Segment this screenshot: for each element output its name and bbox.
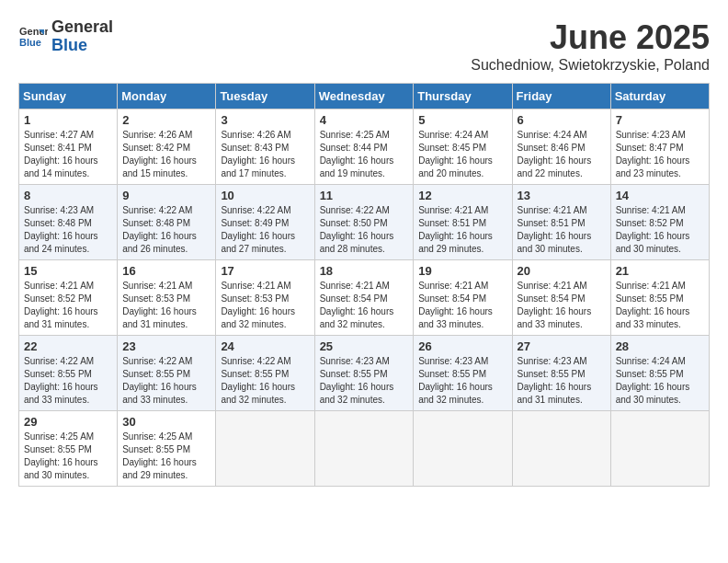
calendar-cell bbox=[512, 411, 610, 487]
calendar-cell: 29Sunrise: 4:25 AM Sunset: 8:55 PM Dayli… bbox=[19, 411, 118, 487]
day-info: Sunrise: 4:21 AM Sunset: 8:51 PM Dayligh… bbox=[418, 204, 506, 256]
day-info: Sunrise: 4:22 AM Sunset: 8:49 PM Dayligh… bbox=[221, 204, 309, 256]
day-info: Sunrise: 4:26 AM Sunset: 8:42 PM Dayligh… bbox=[122, 129, 210, 180]
svg-text:Blue: Blue bbox=[19, 37, 41, 48]
calendar-cell: 12Sunrise: 4:21 AM Sunset: 8:51 PM Dayli… bbox=[414, 185, 512, 260]
day-info: Sunrise: 4:23 AM Sunset: 8:48 PM Dayligh… bbox=[24, 204, 112, 256]
day-number: 13 bbox=[518, 189, 606, 202]
day-info: Sunrise: 4:22 AM Sunset: 8:50 PM Dayligh… bbox=[320, 204, 409, 256]
day-info: Sunrise: 4:21 AM Sunset: 8:54 PM Dayligh… bbox=[320, 280, 409, 331]
calendar-cell: 22Sunrise: 4:22 AM Sunset: 8:55 PM Dayli… bbox=[19, 336, 118, 411]
day-info: Sunrise: 4:23 AM Sunset: 8:55 PM Dayligh… bbox=[320, 355, 409, 407]
day-number: 11 bbox=[320, 189, 409, 202]
day-info: Sunrise: 4:21 AM Sunset: 8:52 PM Dayligh… bbox=[616, 204, 704, 256]
calendar-cell bbox=[414, 411, 512, 487]
day-number: 5 bbox=[418, 113, 506, 127]
day-info: Sunrise: 4:23 AM Sunset: 8:55 PM Dayligh… bbox=[418, 355, 506, 407]
calendar-cell: 6Sunrise: 4:24 AM Sunset: 8:46 PM Daylig… bbox=[512, 109, 610, 185]
weekday-header-wednesday: Wednesday bbox=[314, 84, 414, 109]
calendar-cell: 28Sunrise: 4:24 AM Sunset: 8:55 PM Dayli… bbox=[610, 336, 709, 411]
day-number: 1 bbox=[24, 113, 112, 127]
calendar-cell: 8Sunrise: 4:23 AM Sunset: 8:48 PM Daylig… bbox=[19, 185, 118, 260]
weekday-header-tuesday: Tuesday bbox=[216, 84, 314, 109]
calendar-title: June 2025 bbox=[471, 18, 710, 57]
day-info: Sunrise: 4:21 AM Sunset: 8:55 PM Dayligh… bbox=[616, 280, 704, 331]
calendar-cell: 23Sunrise: 4:22 AM Sunset: 8:55 PM Dayli… bbox=[118, 336, 216, 411]
weekday-header-row: SundayMondayTuesdayWednesdayThursdayFrid… bbox=[19, 84, 710, 109]
day-info: Sunrise: 4:24 AM Sunset: 8:45 PM Dayligh… bbox=[418, 129, 506, 180]
day-info: Sunrise: 4:21 AM Sunset: 8:51 PM Dayligh… bbox=[518, 204, 606, 256]
logo: General Blue General Blue bbox=[18, 18, 113, 55]
day-number: 12 bbox=[418, 189, 506, 202]
day-info: Sunrise: 4:25 AM Sunset: 8:44 PM Dayligh… bbox=[320, 129, 409, 180]
day-number: 17 bbox=[221, 264, 309, 278]
calendar-week-row: 22Sunrise: 4:22 AM Sunset: 8:55 PM Dayli… bbox=[19, 336, 710, 411]
calendar-cell: 14Sunrise: 4:21 AM Sunset: 8:52 PM Dayli… bbox=[610, 185, 709, 260]
day-info: Sunrise: 4:24 AM Sunset: 8:46 PM Dayligh… bbox=[518, 129, 606, 180]
day-number: 29 bbox=[24, 415, 112, 429]
day-number: 8 bbox=[24, 189, 112, 202]
calendar-cell: 27Sunrise: 4:23 AM Sunset: 8:55 PM Dayli… bbox=[512, 336, 610, 411]
day-number: 19 bbox=[418, 264, 506, 278]
calendar-week-row: 1Sunrise: 4:27 AM Sunset: 8:41 PM Daylig… bbox=[19, 109, 710, 185]
calendar-cell: 25Sunrise: 4:23 AM Sunset: 8:55 PM Dayli… bbox=[314, 336, 414, 411]
calendar-cell bbox=[610, 411, 709, 487]
day-number: 7 bbox=[616, 113, 704, 127]
day-info: Sunrise: 4:27 AM Sunset: 8:41 PM Dayligh… bbox=[24, 129, 112, 180]
calendar-cell: 24Sunrise: 4:22 AM Sunset: 8:55 PM Dayli… bbox=[216, 336, 314, 411]
calendar-cell: 7Sunrise: 4:23 AM Sunset: 8:47 PM Daylig… bbox=[610, 109, 709, 185]
day-number: 14 bbox=[616, 189, 704, 202]
calendar-cell: 16Sunrise: 4:21 AM Sunset: 8:53 PM Dayli… bbox=[118, 260, 216, 336]
calendar-week-row: 15Sunrise: 4:21 AM Sunset: 8:52 PM Dayli… bbox=[19, 260, 710, 336]
calendar-week-row: 29Sunrise: 4:25 AM Sunset: 8:55 PM Dayli… bbox=[19, 411, 710, 487]
calendar-cell: 4Sunrise: 4:25 AM Sunset: 8:44 PM Daylig… bbox=[314, 109, 414, 185]
day-number: 23 bbox=[122, 339, 210, 353]
day-info: Sunrise: 4:21 AM Sunset: 8:53 PM Dayligh… bbox=[122, 280, 210, 331]
day-number: 6 bbox=[518, 113, 606, 127]
calendar-cell: 9Sunrise: 4:22 AM Sunset: 8:48 PM Daylig… bbox=[118, 185, 216, 260]
day-number: 25 bbox=[320, 339, 409, 353]
calendar-cell: 2Sunrise: 4:26 AM Sunset: 8:42 PM Daylig… bbox=[118, 109, 216, 185]
calendar-cell: 19Sunrise: 4:21 AM Sunset: 8:54 PM Dayli… bbox=[414, 260, 512, 336]
day-number: 27 bbox=[518, 339, 606, 353]
calendar-cell: 1Sunrise: 4:27 AM Sunset: 8:41 PM Daylig… bbox=[19, 109, 118, 185]
weekday-header-monday: Monday bbox=[118, 84, 216, 109]
day-info: Sunrise: 4:23 AM Sunset: 8:55 PM Dayligh… bbox=[518, 355, 606, 407]
day-info: Sunrise: 4:22 AM Sunset: 8:55 PM Dayligh… bbox=[122, 355, 210, 407]
calendar-cell: 11Sunrise: 4:22 AM Sunset: 8:50 PM Dayli… bbox=[314, 185, 414, 260]
day-number: 18 bbox=[320, 264, 409, 278]
calendar-cell: 20Sunrise: 4:21 AM Sunset: 8:54 PM Dayli… bbox=[512, 260, 610, 336]
day-number: 9 bbox=[122, 189, 210, 202]
calendar-cell: 18Sunrise: 4:21 AM Sunset: 8:54 PM Dayli… bbox=[314, 260, 414, 336]
day-number: 30 bbox=[122, 415, 210, 429]
weekday-header-saturday: Saturday bbox=[610, 84, 709, 109]
calendar-cell: 26Sunrise: 4:23 AM Sunset: 8:55 PM Dayli… bbox=[414, 336, 512, 411]
calendar-cell: 10Sunrise: 4:22 AM Sunset: 8:49 PM Dayli… bbox=[216, 185, 314, 260]
calendar-cell: 21Sunrise: 4:21 AM Sunset: 8:55 PM Dayli… bbox=[610, 260, 709, 336]
calendar-cell bbox=[314, 411, 414, 487]
day-info: Sunrise: 4:22 AM Sunset: 8:48 PM Dayligh… bbox=[122, 204, 210, 256]
calendar-cell: 30Sunrise: 4:25 AM Sunset: 8:55 PM Dayli… bbox=[118, 411, 216, 487]
day-info: Sunrise: 4:21 AM Sunset: 8:54 PM Dayligh… bbox=[518, 280, 606, 331]
day-info: Sunrise: 4:24 AM Sunset: 8:55 PM Dayligh… bbox=[616, 355, 704, 407]
logo-icon: General Blue bbox=[18, 22, 48, 52]
day-number: 28 bbox=[616, 339, 704, 353]
day-number: 24 bbox=[221, 339, 309, 353]
day-info: Sunrise: 4:21 AM Sunset: 8:53 PM Dayligh… bbox=[221, 280, 309, 331]
weekday-header-sunday: Sunday bbox=[19, 84, 118, 109]
day-number: 16 bbox=[122, 264, 210, 278]
day-info: Sunrise: 4:21 AM Sunset: 8:54 PM Dayligh… bbox=[418, 280, 506, 331]
day-number: 22 bbox=[24, 339, 112, 353]
day-number: 3 bbox=[221, 113, 309, 127]
day-number: 26 bbox=[418, 339, 506, 353]
day-info: Sunrise: 4:21 AM Sunset: 8:52 PM Dayligh… bbox=[24, 280, 112, 331]
calendar-cell: 13Sunrise: 4:21 AM Sunset: 8:51 PM Dayli… bbox=[512, 185, 610, 260]
day-number: 21 bbox=[616, 264, 704, 278]
day-info: Sunrise: 4:23 AM Sunset: 8:47 PM Dayligh… bbox=[616, 129, 704, 180]
logo-general-text: General bbox=[51, 18, 113, 37]
calendar-cell bbox=[216, 411, 314, 487]
day-number: 4 bbox=[320, 113, 409, 127]
calendar-table: SundayMondayTuesdayWednesdayThursdayFrid… bbox=[18, 83, 710, 487]
calendar-week-row: 8Sunrise: 4:23 AM Sunset: 8:48 PM Daylig… bbox=[19, 185, 710, 260]
logo-blue-text: Blue bbox=[51, 37, 113, 55]
